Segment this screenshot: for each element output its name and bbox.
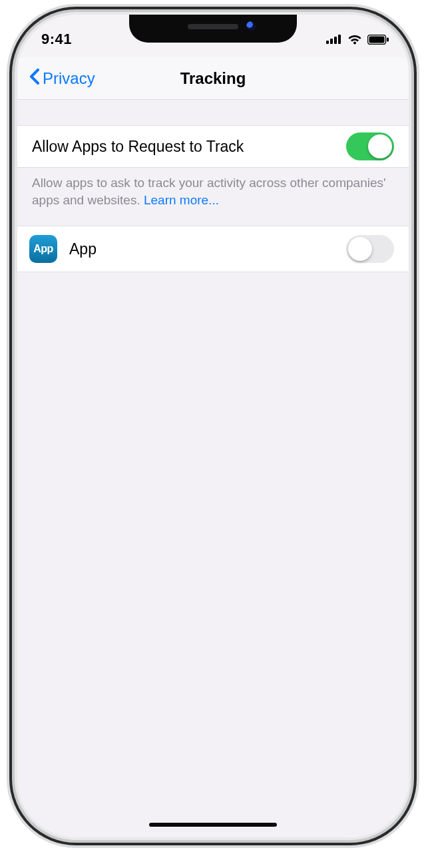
allow-request-toggle[interactable] <box>346 132 394 160</box>
toggle-knob <box>348 237 372 261</box>
svg-point-4 <box>353 41 356 44</box>
wifi-icon <box>347 34 362 45</box>
power-button <box>415 213 419 293</box>
speaker-grille <box>188 24 238 29</box>
svg-rect-6 <box>369 36 385 43</box>
svg-rect-7 <box>387 37 389 41</box>
svg-rect-1 <box>330 39 333 44</box>
app-tracking-toggle[interactable] <box>346 235 394 263</box>
cellular-icon <box>326 35 342 44</box>
app-icon: App <box>29 235 57 263</box>
app-name-label: App <box>69 240 346 258</box>
volume-down-button <box>7 269 11 326</box>
back-label: Privacy <box>43 69 95 88</box>
settings-content: Allow Apps to Request to Track Allow app… <box>17 100 409 837</box>
svg-rect-0 <box>326 41 329 44</box>
section-footer: Allow apps to ask to track your activity… <box>17 168 409 224</box>
app-tracking-cell: App App <box>17 226 409 272</box>
svg-rect-2 <box>334 37 337 44</box>
learn-more-link[interactable]: Learn more... <box>144 193 219 207</box>
back-button[interactable]: Privacy <box>24 57 101 99</box>
volume-up-button <box>7 198 11 256</box>
battery-icon <box>367 35 389 45</box>
navigation-bar: Privacy Tracking <box>17 57 409 100</box>
allow-request-cell: Allow Apps to Request to Track <box>17 125 409 168</box>
home-indicator[interactable] <box>149 823 277 827</box>
status-indicators <box>326 34 389 45</box>
front-camera <box>246 21 256 31</box>
notch <box>129 15 297 43</box>
chevron-left-icon <box>29 69 40 89</box>
toggle-knob <box>368 134 392 158</box>
allow-request-label: Allow Apps to Request to Track <box>32 138 346 156</box>
silent-switch <box>7 149 11 178</box>
svg-rect-3 <box>338 35 341 44</box>
phone-frame: 9:41 <box>17 15 409 837</box>
status-time: 9:41 <box>41 31 72 48</box>
